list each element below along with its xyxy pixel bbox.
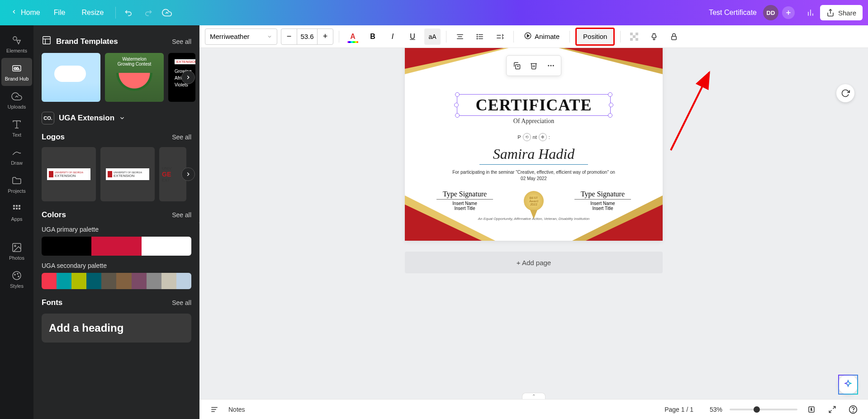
list-button[interactable] [472,29,488,45]
animate-button[interactable]: Animate [519,29,564,45]
selected-text-element[interactable]: CERTIFICATE [457,94,611,116]
grid-view-button[interactable]: 1 [805,403,818,416]
svg-rect-55 [630,33,633,35]
delete-button[interactable] [526,57,542,74]
see-all-logos[interactable]: See all [172,133,191,141]
share-button[interactable]: Share [820,5,863,20]
collapse-panel-button[interactable]: ◀ [197,209,199,236]
zoom-level[interactable]: 53% [710,406,722,413]
shapes-icon [11,34,23,46]
color-swatch[interactable] [147,273,161,289]
color-swatch[interactable] [176,273,191,289]
add-page-button[interactable]: + Add page [405,252,663,273]
copy-button[interactable] [508,57,525,74]
position-button[interactable]: Position [575,28,615,46]
color-swatch[interactable] [42,273,57,289]
svg-text:CO.: CO. [14,67,20,70]
color-swatch[interactable] [86,273,101,289]
color-swatch[interactable] [101,273,116,289]
topbar: Home File Resize Test Certificate DD Sha… [0,0,868,25]
certificate-description[interactable]: For participating in the seminar "Creati… [423,169,645,182]
home-button[interactable]: Home [5,6,46,19]
refresh-button[interactable] [836,84,854,102]
notes-label[interactable]: Notes [228,406,245,413]
add-collaborator-button[interactable] [782,6,795,19]
color-swatch[interactable] [132,273,147,289]
rail-text[interactable]: Text [1,114,32,142]
cloud-sync-icon[interactable] [157,4,176,21]
zoom-slider[interactable] [730,409,797,410]
rail-projects[interactable]: Projects [1,170,32,198]
svg-point-6 [13,37,17,40]
lock-button[interactable] [666,29,682,45]
undo-button[interactable] [119,4,138,21]
svg-point-35 [548,65,549,67]
decrease-size-button[interactable]: − [281,29,297,44]
chevron-left-icon [11,9,17,17]
spacing-button[interactable] [492,29,508,45]
grid-icon [11,203,23,214]
svg-point-69 [853,411,854,412]
analytics-button[interactable] [801,4,820,21]
rail-styles[interactable]: Styles [1,265,32,293]
notes-icon[interactable] [208,403,221,416]
rotate-handle[interactable]: ⟲ [523,133,531,141]
template-thumb-sky[interactable] [42,53,100,102]
color-swatch[interactable] [71,273,86,289]
more-options-button[interactable] [543,57,559,74]
rail-uploads[interactable]: Uploads [1,86,32,114]
fullscreen-button[interactable] [825,403,839,416]
certificate-title[interactable]: CERTIFICATE [457,95,610,114]
brand-selector[interactable]: CO. UGA Extension [42,112,191,124]
certificate-subtitle[interactable]: Of Appreciation [423,118,645,125]
page-indicator[interactable]: Page 1 / 1 [664,406,693,413]
rail-elements[interactable]: Elements [1,30,32,58]
increase-size-button[interactable]: + [318,29,333,44]
avatar[interactable]: DD [763,5,778,20]
svg-point-37 [553,65,554,67]
text-color-button[interactable]: A [345,29,361,45]
color-swatch[interactable] [161,273,176,289]
color-swatch[interactable] [57,273,71,289]
copy-style-button[interactable] [646,29,662,45]
document-title[interactable]: Test Certificate [709,9,757,17]
presented-to-row: P ⟲ nt ✥ : [423,133,645,141]
scroll-right-logos-button[interactable] [181,167,195,181]
rail-brand-hub[interactable]: CO. Brand Hub [1,58,32,86]
help-button[interactable] [846,403,860,416]
add-heading-button[interactable]: Add a heading [42,314,191,343]
align-button[interactable] [452,29,468,45]
resize-menu[interactable]: Resize [73,6,112,19]
see-all-fonts[interactable]: See all [172,299,191,306]
font-family-select[interactable]: Merriweather [205,29,277,45]
color-swatch[interactable] [142,237,191,256]
expand-timeline-button[interactable]: ⌃ [522,393,545,399]
underline-button[interactable]: U [404,29,421,45]
file-menu[interactable]: File [46,6,74,19]
logo-thumb-1[interactable]: UNIVERSITY OF GEORGIAEXTENSION [42,147,96,201]
svg-rect-56 [636,33,638,35]
rail-draw[interactable]: Draw [1,142,32,170]
recipient-name[interactable]: Samira Hadid [479,146,588,165]
magic-fab-button[interactable] [838,375,858,395]
italic-button[interactable]: I [384,29,401,45]
color-swatch[interactable] [42,237,91,256]
logo-thumbnails: UNIVERSITY OF GEORGIAEXTENSION UNIVERSIT… [42,147,191,201]
font-size-input[interactable] [297,29,318,44]
color-swatch[interactable] [91,237,141,256]
rail-apps[interactable]: Apps [1,198,32,226]
svg-point-36 [550,65,552,67]
move-handle[interactable]: ✥ [539,133,547,141]
redo-button[interactable] [138,4,157,21]
svg-point-49 [477,38,478,39]
see-all-colors[interactable]: See all [172,211,191,219]
rail-photos[interactable]: Photos [1,237,32,265]
scroll-right-button[interactable] [181,71,195,84]
template-thumb-watermelon[interactable]: Watermelon Growing Contest [105,53,164,102]
case-button[interactable]: aA [424,29,441,45]
transparency-button[interactable] [626,29,642,45]
logo-thumb-2[interactable]: UNIVERSITY OF GEORGIAEXTENSION [100,147,155,201]
see-all-templates[interactable]: See all [172,38,191,45]
bold-button[interactable]: B [365,29,381,45]
color-swatch[interactable] [116,273,131,289]
